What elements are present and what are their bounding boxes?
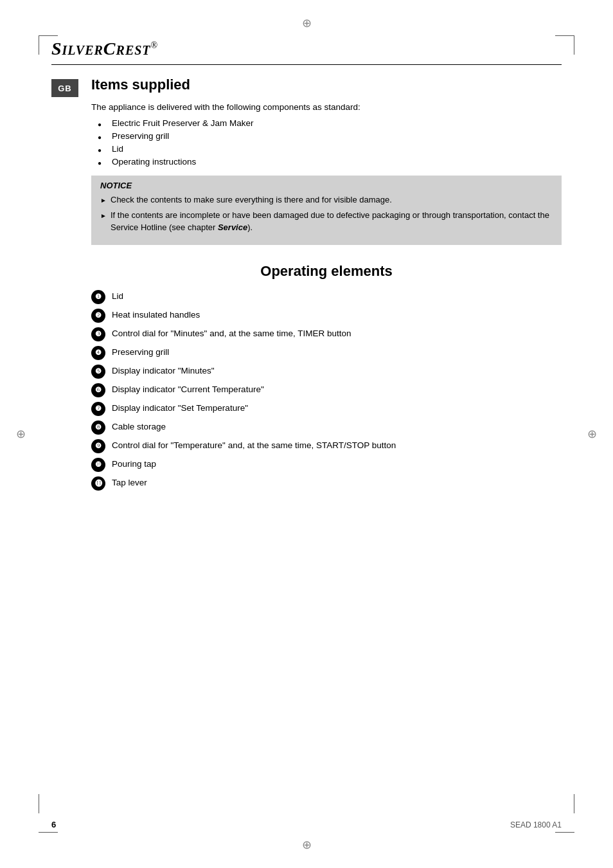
item-text-1: Lid — [112, 290, 123, 303]
list-item: ❽ Cable storage — [91, 420, 562, 435]
content-with-badge: GB Items supplied The appliance is deliv… — [51, 77, 562, 495]
item-number-7: ❼ — [91, 402, 105, 416]
item-text-6: Display indicator "Current Temperature" — [112, 383, 264, 396]
list-item: ❸ Control dial for "Minutes" and, at the… — [91, 327, 562, 341]
item-number-1: ❶ — [91, 290, 105, 304]
operating-elements-heading: Operating elements — [91, 263, 562, 280]
operating-elements-section: Operating elements ❶ Lid ❷ Heat insulate… — [91, 263, 562, 491]
list-item: ❾ Control dial for "Temperature" and, at… — [91, 439, 562, 453]
item-number-9: ❾ — [91, 439, 105, 453]
page-footer: 6 SEAD 1800 A1 — [51, 820, 562, 829]
item-text-7: Display indicator "Set Temperature" — [112, 402, 248, 415]
list-item: ❹ Preserving grill — [91, 346, 562, 360]
item-number-3: ❸ — [91, 327, 105, 341]
item-text-8: Cable storage — [112, 420, 166, 433]
service-bold: Service — [218, 222, 247, 232]
reg-mark-right: ⊕ — [587, 427, 597, 441]
list-item: Operating instructions — [98, 157, 562, 167]
page: ⊕ ⊕ ⊕ ⊕ SilverCrest® GB Items supplied T… — [0, 0, 613, 868]
list-item: ❺ Display indicator "Minutes" — [91, 365, 562, 379]
trademark-symbol: ® — [151, 41, 159, 50]
item-number-8: ❽ — [91, 420, 105, 435]
list-item: Preserving grill — [98, 131, 562, 141]
item-number-6: ❻ — [91, 383, 105, 397]
item-text-2: Heat insulated handles — [112, 309, 200, 321]
reg-mark-bottom: ⊕ — [302, 838, 312, 852]
item-text-3: Control dial for "Minutes" and, at the s… — [112, 327, 351, 340]
item-number-4: ❹ — [91, 346, 105, 360]
item-text-9: Control dial for "Temperature" and, at t… — [112, 439, 396, 452]
brand-logo: SilverCrest® — [51, 39, 158, 59]
item-number-5: ❺ — [91, 365, 105, 379]
model-number: SEAD 1800 A1 — [510, 820, 562, 829]
notice-title: NOTICE — [100, 181, 553, 190]
notice-box: NOTICE Check the contents to make sure e… — [91, 176, 562, 245]
notice-item-2: If the contents are incomplete or have b… — [100, 210, 553, 234]
reg-mark-top: ⊕ — [302, 16, 312, 30]
items-supplied-intro: The appliance is delivered with the foll… — [91, 102, 562, 112]
logo-divider — [51, 64, 562, 65]
list-item: ⓫ Tap lever — [91, 476, 562, 491]
item-text-11: Tap lever — [112, 476, 147, 489]
page-number: 6 — [51, 820, 56, 829]
notice-item-1: Check the contents to make sure everythi… — [100, 194, 553, 206]
main-content: Items supplied The appliance is delivere… — [91, 77, 562, 495]
operating-elements-list: ❶ Lid ❷ Heat insulated handles ❸ Control… — [91, 290, 562, 491]
items-supplied-heading: Items supplied — [91, 77, 562, 93]
list-item: Electric Fruit Preserver & Jam Maker — [98, 118, 562, 128]
item-number-10: ❿ — [91, 458, 105, 472]
item-text-4: Preserving grill — [112, 346, 169, 359]
list-item: Lid — [98, 144, 562, 154]
reg-mark-left: ⊕ — [16, 427, 26, 441]
list-item: ❻ Display indicator "Current Temperature… — [91, 383, 562, 397]
logo-area: SilverCrest® — [51, 39, 562, 59]
item-text-10: Pouring tap — [112, 458, 156, 471]
items-supplied-list: Electric Fruit Preserver & Jam Maker Pre… — [91, 118, 562, 167]
item-text-5: Display indicator "Minutes" — [112, 365, 215, 377]
item-number-2: ❷ — [91, 309, 105, 323]
list-item: ❶ Lid — [91, 290, 562, 304]
gb-label: GB — [51, 79, 78, 97]
list-item: ❷ Heat insulated handles — [91, 309, 562, 323]
list-item: ❿ Pouring tap — [91, 458, 562, 472]
list-item: ❼ Display indicator "Set Temperature" — [91, 402, 562, 416]
item-number-11: ⓫ — [91, 476, 105, 491]
gb-badge: GB — [51, 79, 78, 495]
